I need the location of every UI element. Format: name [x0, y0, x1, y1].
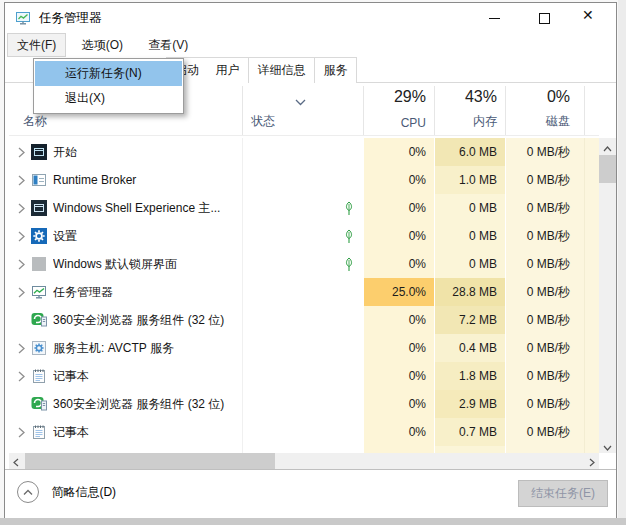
lockscreen-icon — [31, 256, 47, 272]
maximize-button[interactable] — [522, 3, 567, 33]
process-extra-cell — [585, 306, 599, 334]
scroll-left-icon[interactable] — [9, 453, 23, 469]
process-disk-cell: 0 MB/秒 — [506, 278, 585, 306]
title-bar: 任务管理器 ✕ — [5, 3, 616, 33]
process-name-cell: 设置 — [9, 222, 243, 250]
footer-bar: 简略信息(D) 结束任务(E) — [5, 469, 616, 518]
process-cpu-cell: 0% — [364, 250, 435, 278]
minimize-icon — [489, 18, 500, 19]
horizontal-scrollbar[interactable] — [9, 453, 599, 469]
start-tile-icon — [31, 144, 47, 160]
process-name: 服务主机: AVCTP 服务 — [53, 334, 240, 362]
expand-chevron-icon[interactable] — [18, 343, 25, 354]
tab-details[interactable]: 详细信息 — [249, 57, 315, 83]
process-name: 任务管理器 — [53, 278, 240, 306]
process-name-cell: 记事本 — [9, 362, 243, 390]
column-header-disk[interactable]: 0% 磁盘 — [506, 86, 585, 136]
process-row[interactable]: Runtime Broker0%1.0 MB0 MB/秒 — [9, 166, 599, 194]
process-name: 记事本 — [53, 418, 240, 446]
process-cpu-cell: 0% — [364, 194, 435, 222]
tab-services[interactable]: 服务 — [315, 57, 357, 83]
process-extra-cell — [585, 138, 599, 166]
process-name-cell: Windows Shell Experience 主... — [9, 194, 243, 222]
process-disk-cell: 0 MB/秒 — [506, 418, 585, 446]
memory-total-percent: 43% — [465, 88, 497, 106]
file-menu-dropdown: 运行新任务(N) 退出(X) — [33, 58, 184, 114]
process-memory-cell: 0 MB — [435, 222, 506, 250]
process-row[interactable]: 设置0%0 MB0 MB/秒 — [9, 222, 599, 250]
details-toggle-button[interactable]: 简略信息(D) — [17, 481, 116, 505]
process-row[interactable]: 服务主机: AVCTP 服务0%0.4 MB0 MB/秒 — [9, 334, 599, 362]
minimize-button[interactable] — [472, 3, 517, 33]
details-toggle-label: 简略信息(D) — [51, 484, 116, 501]
end-task-button[interactable]: 结束任务(E) — [518, 480, 608, 507]
menu-view[interactable]: 查看(V) — [138, 33, 198, 57]
suspended-leaf-icon — [343, 229, 355, 244]
cpu-column-label: CPU — [401, 116, 426, 130]
column-header-status[interactable]: 状态 — [243, 86, 364, 136]
process-name: Windows Shell Experience 主... — [53, 194, 240, 222]
disk-column-label: 磁盘 — [546, 113, 570, 130]
header-divider — [9, 135, 599, 136]
expand-chevron-icon[interactable] — [18, 427, 25, 438]
process-row[interactable]: 360安全浏览器 服务组件 (32 位)0%7.2 MB0 MB/秒 — [9, 306, 599, 334]
process-cpu-cell: 0% — [364, 390, 435, 418]
expand-chevron-icon[interactable] — [18, 175, 25, 186]
process-status-cell — [243, 194, 364, 222]
suspended-leaf-icon — [343, 257, 355, 272]
expand-chevron-icon[interactable] — [18, 231, 25, 242]
process-disk-cell: 0 MB/秒 — [506, 250, 585, 278]
process-disk-cell: 0 MB/秒 — [506, 306, 585, 334]
menu-options[interactable]: 选项(O) — [72, 33, 133, 57]
process-row[interactable]: 开始0%6.0 MB0 MB/秒 — [9, 138, 599, 166]
scroll-down-icon[interactable] — [599, 437, 616, 453]
tab-users[interactable]: 用户 — [207, 57, 249, 83]
task-manager-icon — [31, 284, 47, 300]
process-name-cell: 360安全浏览器 服务组件 (32 位) — [9, 390, 243, 418]
scroll-right-icon[interactable] — [585, 453, 599, 469]
process-name: 开始 — [53, 138, 240, 166]
process-memory-cell: 7.2 MB — [435, 306, 506, 334]
status-filter-chevron-icon[interactable] — [295, 92, 306, 110]
process-disk-cell: 0 MB/秒 — [506, 138, 585, 166]
process-memory-cell: 0.7 MB — [435, 418, 506, 446]
process-memory-cell: 28.8 MB — [435, 278, 506, 306]
menu-bar: 文件(F) 选项(O) 查看(V) — [5, 33, 616, 57]
expand-chevron-icon[interactable] — [18, 147, 25, 158]
menu-item-run-new-task[interactable]: 运行新任务(N) — [35, 61, 182, 86]
process-disk-cell: 0 MB/秒 — [506, 194, 585, 222]
process-list: 开始0%6.0 MB0 MB/秒Runtime Broker0%1.0 MB0 … — [9, 138, 599, 454]
process-row[interactable]: 任务管理器25.0%28.8 MB0 MB/秒 — [9, 278, 599, 306]
process-cpu-cell: 0% — [364, 306, 435, 334]
process-row[interactable]: 360安全浏览器 服务组件 (32 位)0%2.9 MB0 MB/秒 — [9, 390, 599, 418]
notepad-icon — [31, 424, 47, 440]
expand-chevron-icon[interactable] — [18, 259, 25, 270]
process-row[interactable]: 记事本0%1.8 MB0 MB/秒 — [9, 362, 599, 390]
close-button[interactable]: ✕ — [571, 3, 616, 33]
collapse-chevron-icon — [17, 481, 39, 503]
process-status-cell — [243, 250, 364, 278]
process-disk-cell: 0 MB/秒 — [506, 390, 585, 418]
vertical-scroll-thumb[interactable] — [599, 155, 616, 183]
runtime-broker-icon — [31, 172, 47, 188]
expand-chevron-icon[interactable] — [18, 371, 25, 382]
scroll-up-icon[interactable] — [599, 138, 616, 154]
process-status-cell — [243, 334, 364, 362]
memory-column-label: 内存 — [473, 113, 497, 130]
horizontal-scroll-thumb[interactable] — [25, 453, 275, 469]
process-extra-cell — [585, 334, 599, 362]
process-row[interactable]: 记事本0%0.7 MB0 MB/秒 — [9, 418, 599, 446]
column-header-memory[interactable]: 43% 内存 — [435, 86, 506, 136]
notepad-icon — [31, 368, 47, 384]
expand-chevron-icon[interactable] — [18, 203, 25, 214]
expand-chevron-icon[interactable] — [18, 287, 25, 298]
process-row[interactable]: Windows 默认锁屏界面0%0 MB0 MB/秒 — [9, 250, 599, 278]
process-name: Windows 默认锁屏界面 — [53, 250, 240, 278]
menu-item-exit[interactable]: 退出(X) — [35, 86, 182, 111]
process-cpu-cell: 0% — [364, 166, 435, 194]
process-row[interactable]: Windows Shell Experience 主...0%0 MB0 MB/… — [9, 194, 599, 222]
menu-file[interactable]: 文件(F) — [7, 33, 66, 57]
window-controls: ✕ — [472, 3, 616, 33]
column-header-cpu[interactable]: 29% CPU — [364, 86, 435, 136]
vertical-scrollbar[interactable] — [599, 138, 616, 453]
